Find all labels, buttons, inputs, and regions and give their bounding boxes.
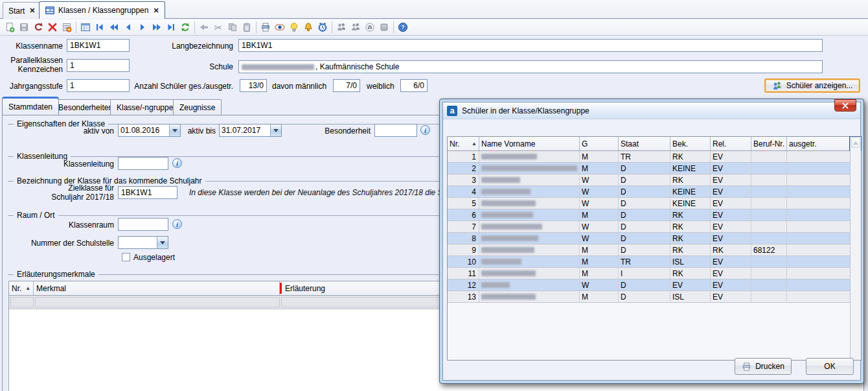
refresh-icon[interactable] (178, 20, 192, 34)
table-scrollbar[interactable] (850, 137, 861, 360)
toolbar-separator (194, 21, 195, 33)
student-table-row[interactable]: 2 M D KEINE EV (448, 163, 851, 174)
info-icon[interactable]: i (172, 219, 182, 229)
chevron-down-icon[interactable] (157, 237, 168, 248)
ausgelagert-checkbox[interactable] (122, 253, 130, 261)
dialog-close-button[interactable] (834, 99, 856, 112)
preview-eye-icon[interactable] (273, 20, 287, 34)
student-table-row[interactable]: 11 M I RK EV (448, 268, 851, 279)
document-tabbar: Start ✕ Klassen / Klassengruppen ✕ (0, 0, 868, 19)
save-icon (17, 20, 31, 34)
student-table-header[interactable]: Nr.▲ Name Vorname G Staat Bek. Rel. Beru… (448, 137, 850, 151)
besonderheit-field[interactable] (374, 124, 417, 137)
redacted-student-name (481, 165, 577, 171)
tab-stammdaten[interactable]: Stammdaten (2, 97, 59, 115)
drucken-button[interactable]: Drucken (735, 358, 792, 375)
close-tab-icon[interactable]: ✕ (153, 6, 159, 15)
dialog-student-table: Nr.▲ Name Vorname G Staat Bek. Rel. Beru… (447, 136, 862, 361)
aktiv-von-combo[interactable]: 01.08.2016 (118, 124, 181, 137)
toolbar-separator (256, 21, 257, 33)
reminder-clock-icon[interactable] (315, 20, 330, 34)
student-table-row[interactable]: 4 W D KEINE EV (448, 186, 851, 198)
schule-field[interactable]: , Kaufmännische Schule (238, 60, 823, 73)
column-header-ausgetr: ausgetr. (787, 137, 850, 150)
dialog-title: Schüler in der Klasse/Klassengruppe (462, 106, 589, 115)
student-table-row[interactable]: 8 W D RK EV (448, 233, 851, 244)
column-header-nr: Nr.▲ (9, 281, 34, 295)
langbezeichnung-field[interactable]: 1BK1W1 (238, 39, 823, 52)
zielklasse-field[interactable]: 1BK1W1 (118, 186, 177, 199)
help-icon[interactable]: ? (396, 20, 410, 34)
aktiv-bis-combo[interactable]: 31.07.2017 (219, 124, 282, 137)
column-insert-marker (280, 283, 282, 294)
class-form: Klassenname 1BK1W1 Langbezeichnung 1BK1W… (0, 36, 868, 96)
redacted-student-name (481, 224, 542, 230)
student-table-row[interactable]: 9 M D RK RK 68122 (448, 244, 851, 256)
redacted-student-name (481, 154, 537, 160)
schueler-anzeigen-button[interactable]: Schüler anzeigen... (764, 78, 860, 93)
student-table-row[interactable]: 1 M TR RK EV (448, 151, 851, 163)
column-header-name: Name Vorname (479, 137, 580, 150)
ok-button[interactable]: OK (806, 358, 854, 375)
jahrgangsstufe-field[interactable]: 1 (67, 79, 130, 92)
copy-icon (225, 20, 240, 34)
klassenraum-field[interactable] (118, 218, 168, 231)
tab-klassen-klassengruppen[interactable]: Klassen / Klassengruppen ✕ (39, 1, 165, 19)
schule-label: Schule (155, 62, 233, 71)
redacted-student-name (481, 270, 536, 276)
tab-besonderheiten[interactable]: Besonderheiten (52, 99, 119, 115)
zielklasse-label: Zielklasse fürSchuljahr 2017/18 (3, 184, 114, 202)
new-record-icon[interactable] (3, 20, 17, 34)
student-table-row[interactable]: 13 M D ISL EV (448, 291, 851, 303)
close-tab-icon[interactable]: ✕ (29, 6, 35, 15)
record-list-icon[interactable] (78, 20, 93, 34)
remove-form-icon[interactable] (60, 20, 74, 34)
klassenname-field[interactable]: 1BK1W1 (67, 39, 130, 52)
student-table-row[interactable]: 6 M D RK EV (448, 209, 851, 221)
anzahl-schueler-label: Anzahl Schüler ges./ausgetr. (130, 82, 233, 91)
tab-start-label: Start (8, 6, 25, 16)
scroll-up-icon[interactable] (851, 137, 860, 148)
nav-prev-icon[interactable] (121, 20, 135, 34)
tab-start[interactable]: Start ✕ (3, 2, 41, 19)
ausgelagert-label: Ausgelagert (133, 253, 211, 262)
column-header-rel: Rel. (711, 137, 751, 150)
printer-icon (742, 362, 751, 372)
print-icon[interactable] (258, 20, 273, 34)
student-table-row[interactable]: 10 M TR ISL EV (448, 256, 851, 268)
schulstelle-combo[interactable] (118, 236, 168, 249)
delete-icon[interactable] (45, 20, 60, 34)
chevron-down-icon[interactable] (270, 124, 281, 136)
maennlich-field: 7/0 (333, 79, 360, 92)
sort-asc-icon: ▲ (472, 141, 477, 147)
student-table-row[interactable]: 7 W D RK EV (448, 221, 851, 233)
filter-settings-icon[interactable] (363, 20, 377, 34)
schulstelle-label: Nummer der Schulstelle (3, 239, 114, 248)
back-arrow-icon (197, 20, 211, 34)
nav-next-icon[interactable] (135, 20, 150, 34)
student-table-row[interactable]: 3 W D RK EV (448, 174, 851, 186)
nav-last-icon[interactable] (164, 20, 178, 34)
undo-icon[interactable] (31, 20, 45, 34)
klassenleitung-field[interactable] (118, 157, 168, 170)
cut-icon: ✂ (211, 20, 225, 34)
info-icon[interactable]: i (172, 158, 182, 168)
info-icon[interactable]: i (420, 125, 430, 135)
redacted-student-name (481, 212, 533, 218)
paste-icon (240, 20, 254, 34)
notify-bell-icon[interactable] (301, 20, 315, 34)
toolbar-separator (76, 21, 76, 33)
student-table-row[interactable]: 12 W D EV EV (448, 279, 851, 291)
parallelklassen-field[interactable]: 1 (67, 59, 130, 72)
nav-next-fast-icon[interactable] (150, 20, 164, 34)
nav-prev-fast-icon[interactable] (107, 20, 121, 34)
students-icon (772, 80, 782, 91)
app-window: Start ✕ Klassen / Klassengruppen ✕ ✂ (0, 0, 868, 391)
dialog-titlebar[interactable]: a Schüler in der Klasse/Klassengruppe (443, 102, 860, 119)
hint-bulb-icon[interactable] (287, 20, 301, 34)
chevron-down-icon[interactable] (169, 124, 180, 136)
close-icon (842, 102, 849, 109)
tab-zeugnisse[interactable]: Zeugnisse (173, 99, 222, 115)
student-table-row[interactable]: 5 W D KEINE EV (448, 198, 851, 209)
nav-first-icon[interactable] (93, 20, 107, 34)
